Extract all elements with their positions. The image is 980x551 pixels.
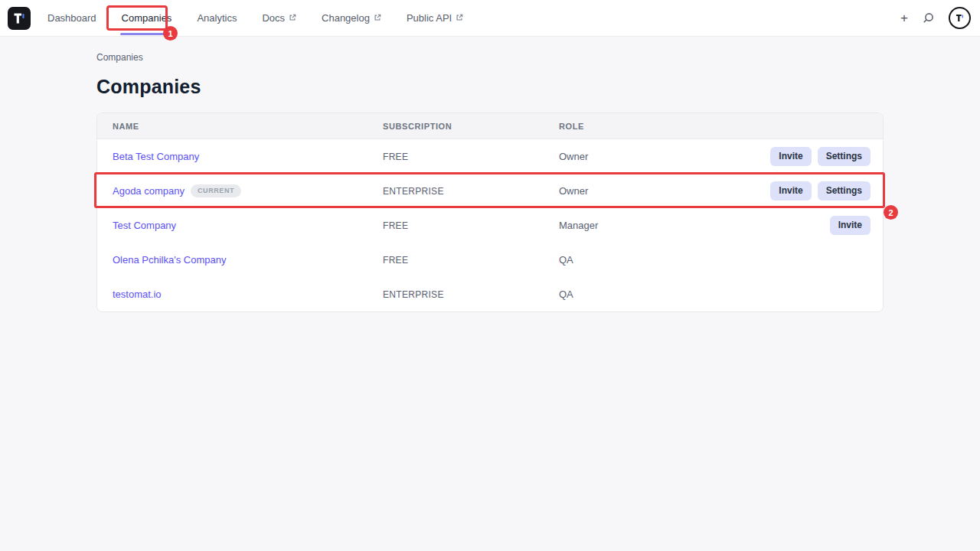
nav-item-analytics[interactable]: Analytics — [197, 0, 237, 36]
navbar-right-actions: + — [900, 7, 971, 29]
table-row-test-company: Test Company FREE Manager Invite — [97, 208, 883, 243]
add-button[interactable]: + — [900, 11, 908, 24]
subscription-value: FREE — [383, 255, 559, 266]
invite-button[interactable]: Invite — [770, 147, 811, 166]
nav-item-changelog[interactable]: Changelog — [322, 0, 381, 36]
company-link[interactable]: testomat.io — [113, 289, 162, 300]
companies-table: NAME SUBSCRIPTION ROLE Beta Test Company… — [96, 112, 884, 312]
current-company-badge: CURRENT — [191, 184, 241, 197]
company-link[interactable]: Agoda company — [113, 185, 185, 197]
nav-menu: Dashboard Companies Analytics Docs Chang… — [47, 0, 463, 36]
role-value: Manager — [559, 220, 830, 231]
nav-item-dashboard[interactable]: Dashboard — [47, 0, 96, 36]
column-header-subscription: SUBSCRIPTION — [383, 122, 559, 131]
table-row-agoda-company: Agoda company CURRENT ENTERPRISE Owner I… — [97, 174, 883, 208]
user-avatar[interactable] — [949, 7, 971, 29]
settings-button[interactable]: Settings — [818, 147, 871, 166]
role-value: Owner — [559, 185, 770, 197]
subscription-value: FREE — [383, 220, 559, 231]
company-link[interactable]: Test Company — [113, 220, 176, 231]
column-header-role: ROLE — [559, 122, 871, 131]
nav-item-label: Public API — [407, 12, 452, 24]
role-value: QA — [559, 289, 871, 300]
settings-button[interactable]: Settings — [818, 181, 871, 201]
column-header-name: NAME — [113, 122, 383, 131]
table-row-beta-test-company: Beta Test Company FREE Owner Invite Sett… — [97, 139, 883, 174]
role-value: Owner — [559, 151, 770, 162]
breadcrumb[interactable]: Companies — [96, 52, 884, 63]
subscription-value: ENTERPRISE — [383, 186, 559, 197]
search-icon[interactable] — [922, 11, 935, 24]
table-row-testomat-io: testomat.io ENTERPRISE QA — [97, 277, 883, 311]
company-link[interactable]: Olena Pchilka's Company — [113, 254, 226, 266]
invite-button[interactable]: Invite — [770, 181, 811, 201]
invite-button[interactable]: Invite — [830, 216, 871, 235]
company-link[interactable]: Beta Test Company — [113, 151, 199, 162]
main-content: Companies Companies NAME SUBSCRIPTION RO… — [0, 52, 980, 312]
external-link-icon — [374, 14, 381, 21]
nav-item-label: Changelog — [322, 12, 370, 24]
subscription-value: ENTERPRISE — [383, 289, 559, 300]
external-link-icon — [456, 14, 463, 21]
page-title: Companies — [96, 76, 884, 98]
nav-item-label: Docs — [262, 12, 285, 24]
role-value: QA — [559, 254, 871, 266]
nav-item-label: Dashboard — [47, 12, 96, 24]
nav-item-docs[interactable]: Docs — [262, 0, 296, 36]
top-navbar: Dashboard Companies Analytics Docs Chang… — [0, 0, 980, 37]
external-link-icon — [289, 14, 296, 21]
nav-item-label: Analytics — [197, 12, 237, 24]
active-tab-underline — [120, 33, 171, 35]
nav-item-companies[interactable]: Companies — [122, 0, 172, 36]
table-header-row: NAME SUBSCRIPTION ROLE — [97, 113, 883, 139]
testomat-logo-icon[interactable] — [8, 7, 31, 30]
table-row-olena-pchilkas-company: Olena Pchilka's Company FREE QA — [97, 243, 883, 277]
nav-item-label: Companies — [122, 12, 172, 24]
nav-item-public-api[interactable]: Public API — [407, 0, 463, 36]
subscription-value: FREE — [383, 152, 559, 162]
